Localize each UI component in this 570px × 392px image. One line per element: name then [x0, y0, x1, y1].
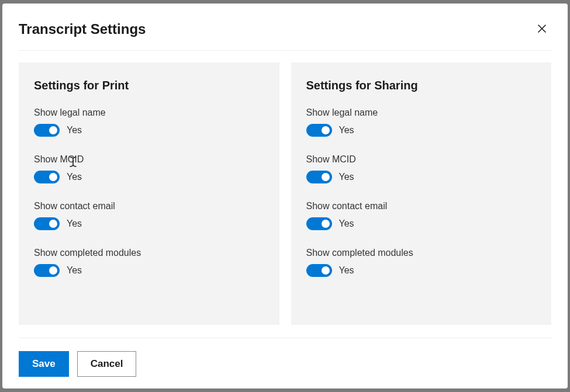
toggle-knob [49, 126, 57, 134]
close-button[interactable] [533, 20, 551, 39]
toggle-line: Yes [306, 124, 537, 137]
toggle-knob [49, 220, 57, 228]
print-show-legal-name: Show legal name Yes [34, 107, 264, 137]
save-button[interactable]: Save [19, 351, 69, 377]
toggle-status: Yes [67, 172, 82, 182]
dialog-footer: Save Cancel [19, 338, 551, 377]
toggle-print-completed-modules[interactable] [34, 264, 60, 277]
cancel-button[interactable]: Cancel [77, 351, 137, 377]
sharing-show-mcid: Show MCID Yes [306, 154, 537, 183]
toggle-line: Yes [306, 217, 537, 230]
setting-label: Show completed modules [306, 248, 537, 258]
print-show-contact-email: Show contact email Yes [34, 201, 264, 230]
toggle-sharing-mcid[interactable] [306, 171, 332, 183]
toggle-line: Yes [306, 171, 537, 183]
setting-label: Show legal name [34, 107, 264, 118]
dialog-header: Transcript Settings [19, 20, 551, 51]
toggle-print-mcid[interactable] [34, 171, 60, 183]
toggle-status: Yes [67, 125, 82, 136]
dialog-title: Transcript Settings [19, 21, 146, 37]
toggle-status: Yes [339, 265, 354, 276]
toggle-line: Yes [34, 264, 264, 277]
toggle-knob [322, 126, 330, 134]
toggle-status: Yes [67, 265, 82, 276]
toggle-status: Yes [339, 218, 354, 229]
toggle-print-legal-name[interactable] [34, 124, 60, 137]
toggle-knob [322, 220, 330, 228]
setting-label: Show contact email [34, 201, 264, 211]
toggle-print-contact-email[interactable] [34, 217, 60, 230]
close-icon [538, 23, 546, 36]
sharing-show-contact-email: Show contact email Yes [306, 201, 537, 230]
toggle-knob [322, 173, 330, 181]
toggle-knob [49, 266, 57, 275]
setting-label: Show legal name [306, 107, 537, 118]
sharing-show-legal-name: Show legal name Yes [306, 107, 537, 137]
setting-label: Show completed modules [34, 248, 264, 258]
print-show-completed-modules: Show completed modules Yes [34, 248, 264, 277]
toggle-line: Yes [34, 217, 264, 230]
panel-sharing-title: Settings for Sharing [306, 79, 537, 92]
panel-print-title: Settings for Print [34, 79, 264, 92]
toggle-status: Yes [339, 125, 354, 136]
panel-print: Settings for Print Show legal name Yes S… [19, 63, 279, 325]
toggle-status: Yes [339, 172, 354, 182]
print-show-mcid: Show MCID Yes [34, 154, 264, 183]
toggle-sharing-contact-email[interactable] [306, 217, 332, 230]
toggle-sharing-completed-modules[interactable] [306, 264, 332, 277]
toggle-knob [49, 173, 57, 181]
transcript-settings-dialog: Transcript Settings Settings for Print S… [2, 4, 568, 388]
toggle-line: Yes [306, 264, 537, 277]
setting-label: Show MCID [306, 154, 537, 165]
toggle-line: Yes [34, 171, 264, 183]
toggle-line: Yes [34, 124, 264, 137]
toggle-status: Yes [67, 218, 82, 229]
toggle-knob [322, 266, 330, 275]
settings-panels: Settings for Print Show legal name Yes S… [19, 63, 551, 325]
sharing-show-completed-modules: Show completed modules Yes [306, 248, 537, 277]
panel-sharing: Settings for Sharing Show legal name Yes… [291, 63, 552, 325]
setting-label: Show MCID [34, 154, 264, 165]
setting-label: Show contact email [306, 201, 537, 211]
toggle-sharing-legal-name[interactable] [306, 124, 332, 137]
